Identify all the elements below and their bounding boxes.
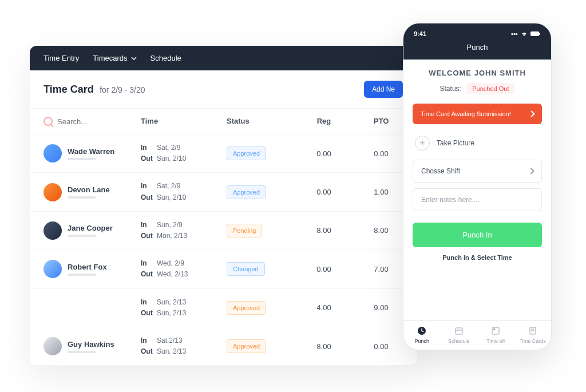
employee-name: Guy Hawkins [68,340,114,349]
page-header: Time Card for 2/9 - 3/20 Add Ne [30,70,417,108]
nav-schedule[interactable]: Schedule [441,326,478,344]
notes-input[interactable]: Enter notes here.... [413,188,542,211]
avatar [43,221,62,240]
col-status: Status [227,117,295,126]
svg-rect-1 [539,33,540,35]
employee-cell: Robert Fox [43,260,141,278]
take-picture-label: Take Picture [437,139,474,147]
nav-time-entry[interactable]: Time Entry [43,54,79,62]
punch-status: Status: Punched Out [413,83,542,94]
clock-icon [417,326,427,336]
nav-time-cards[interactable]: Time Cards [514,326,552,344]
date-range: for 2/9 - 3/20 [100,85,145,94]
status-badge: Approved [227,301,266,315]
status-cell: Approved [227,301,295,315]
avatar [43,260,62,278]
status-cell: Approved [227,146,295,160]
welcome-text: WELCOME JOHN SMITH [413,69,542,77]
choose-shift-label: Chosse Shift [421,167,460,175]
pto-value: 9.00 [353,303,410,312]
employee-cell: Devon Lane [43,183,141,201]
time-cell: InSun, 2/9 OutMon, 2/13 [141,220,227,241]
timeoff-icon [490,326,501,336]
employee-name: Devon Lane [68,185,110,194]
choose-shift-select[interactable]: Chosse Shift [413,160,542,183]
pto-value: 7.00 [353,265,410,274]
take-picture-button[interactable]: + Take Picture [415,136,542,151]
battery-icon [530,31,541,37]
reg-value: 4.00 [295,303,353,312]
table-row[interactable]: Robert Fox InWed, 2/9 OutWed, 2/13 Chang… [30,250,417,288]
status-cell: Changed [227,262,295,276]
status-badge: Approved [227,339,266,353]
employee-name: Jane Cooper [68,224,113,232]
phone-header: 9:41 ▪▪▪ Punch [403,23,551,60]
time-cell: InSun, 2/13 OutSun, 2/13 [141,297,227,319]
progress-bar [68,196,96,199]
reg-value: 0.00 [295,149,353,158]
progress-bar [68,235,96,237]
nav-timecards[interactable]: Timecards [93,54,136,62]
avatar [43,337,62,355]
employee-name: Wade Warren [68,147,114,156]
col-pto: PTO [353,117,410,126]
progress-bar [68,158,96,160]
employee-cell: Guy Hawkins [43,337,141,355]
punch-in-button[interactable]: Punch In [413,223,542,247]
top-nav: Time Entry Timecards Schedule [30,46,417,70]
phone-time: 9:41 [414,30,426,37]
calendar-icon [454,326,464,336]
col-time: Time [141,117,227,126]
svg-rect-6 [493,328,495,330]
table-row[interactable]: Guy Hawkins InSat,2/13 OutSun, 2/13 Appr… [30,327,417,366]
svg-rect-3 [456,328,462,334]
desktop-panel: Time Entry Timecards Schedule Time Card … [30,46,417,366]
pto-value: 1.00 [353,188,410,196]
status-icons: ▪▪▪ [511,30,541,37]
add-new-button[interactable]: Add Ne [364,81,403,98]
status-badge: Approved [227,185,266,199]
card-icon [528,326,538,336]
col-reg: Reg [295,117,353,126]
table-row[interactable]: Wade Warren InSat, 2/9 OutSun, 2/10 Appr… [30,134,417,173]
status-badge: Changed [227,262,265,276]
nav-time-off[interactable]: Time off [477,326,514,344]
page-title: Time Card [43,84,94,95]
chevron-right-icon [528,168,534,174]
plus-icon: + [415,136,430,151]
time-cell: InSat, 2/9 OutSun, 2/10 [141,142,227,164]
status-label: Status: [440,85,461,93]
phone-panel: 9:41 ▪▪▪ Punch WELCOME JOHN SMITH Status… [403,23,552,350]
progress-bar [68,351,96,353]
table-body: Wade Warren InSat, 2/9 OutSun, 2/10 Appr… [30,134,417,366]
table-row[interactable]: Jane Cooper InSun, 2/9 OutMon, 2/13 Pend… [30,212,417,250]
status-badge: Approved [227,146,266,160]
time-cell: InSat, 2/9 OutSun, 2/10 [141,181,227,203]
pto-value: 0.00 [353,149,410,158]
search-icon [43,117,53,126]
status-cell: Approved [227,339,295,353]
signal-icon: ▪▪▪ [511,30,518,37]
status-cell: Approved [227,185,295,199]
status-badge: Pending [227,224,262,237]
alert-banner[interactable]: Time Card Awaiting Submission! [413,104,542,124]
employee-cell: Jane Cooper [43,221,141,240]
wifi-icon [520,31,528,37]
phone-bottom-nav: Punch Schedule Time off Time Cards [403,320,551,350]
punch-select-time-link[interactable]: Punch In & Select Time [413,254,542,261]
pto-value: 8.00 [353,226,410,235]
employee-cell: Wade Warren [43,144,141,163]
table-row[interactable]: Devon Lane InSat, 2/9 OutSun, 2/10 Appro… [30,173,417,211]
avatar [43,144,62,163]
search-input[interactable] [57,117,114,126]
reg-value: 8.00 [295,226,353,235]
table-row[interactable]: InSun, 2/13 OutSun, 2/13 Approved 4.00 9… [30,289,417,327]
reg-value: 0.00 [295,188,353,196]
nav-schedule[interactable]: Schedule [151,54,181,62]
alert-text: Time Card Awaiting Submission! [421,110,511,117]
reg-value: 0.00 [295,265,353,274]
nav-punch[interactable]: Punch [403,326,441,344]
employee-name: Robert Fox [68,263,107,271]
progress-bar [68,274,96,276]
nav-timecards-label: Timecards [93,54,127,62]
